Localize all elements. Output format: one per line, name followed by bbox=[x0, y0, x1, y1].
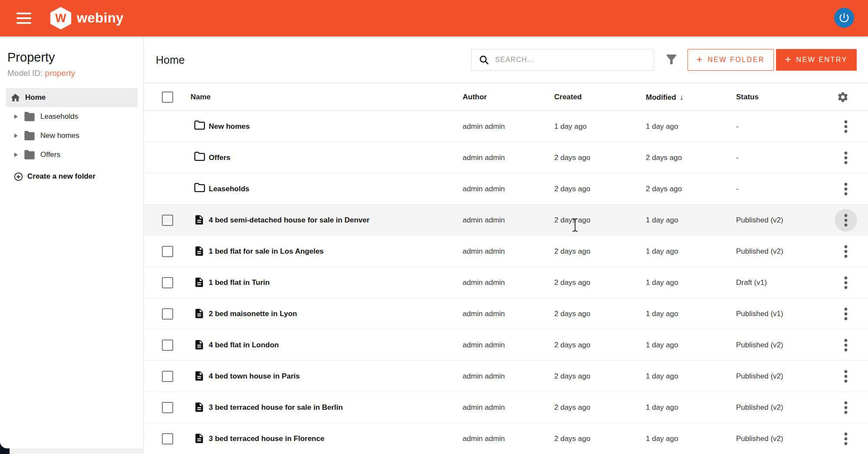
table-row[interactable]: Leaseholds admin admin 2 days ago 2 days… bbox=[144, 173, 868, 205]
page-title: Home bbox=[156, 53, 185, 66]
row-author: admin admin bbox=[463, 372, 505, 381]
webiny-logo: W webiny bbox=[50, 7, 124, 29]
row-modified: 1 day ago bbox=[646, 247, 678, 256]
table-row[interactable]: 4 bed semi-detached house for sale in De… bbox=[144, 205, 868, 236]
row-name[interactable]: New homes bbox=[209, 122, 250, 131]
search-box bbox=[471, 49, 654, 71]
column-header-created[interactable]: Created bbox=[554, 93, 582, 101]
new-entry-button[interactable]: + NEW ENTRY bbox=[776, 49, 857, 71]
column-header-modified[interactable]: Modified↓ bbox=[646, 92, 684, 101]
column-header-modified-label: Modified bbox=[646, 93, 676, 101]
caret-right-icon[interactable] bbox=[14, 153, 18, 157]
row-author: admin admin bbox=[463, 122, 505, 131]
kebab-menu-icon bbox=[844, 151, 848, 165]
row-actions-button[interactable] bbox=[835, 115, 857, 138]
row-name[interactable]: 4 bed flat in London bbox=[209, 341, 279, 349]
row-checkbox[interactable] bbox=[162, 402, 173, 413]
caret-right-icon[interactable] bbox=[14, 114, 18, 119]
content-header: Home + NEW FOLDER + NEW ENTRY bbox=[144, 36, 868, 83]
caret-right-icon[interactable] bbox=[14, 134, 18, 138]
row-status: - bbox=[736, 122, 739, 131]
table-row[interactable]: 2 bed maisonette in Lyon admin admin 2 d… bbox=[144, 298, 868, 330]
row-name[interactable]: 1 bed flat in Turin bbox=[209, 278, 270, 287]
column-header-author[interactable]: Author bbox=[463, 93, 487, 101]
webiny-wordmark: webiny bbox=[77, 10, 124, 26]
sidebar-folder-item[interactable]: Offers bbox=[0, 145, 143, 164]
row-name[interactable]: 3 bed terraced house in Florence bbox=[209, 434, 324, 443]
row-name[interactable]: 3 bed terraced house for sale in Berlin bbox=[209, 403, 343, 412]
sort-desc-arrow-icon[interactable]: ↓ bbox=[680, 92, 684, 101]
document-icon bbox=[194, 432, 205, 445]
kebab-menu-icon bbox=[844, 432, 848, 446]
column-header-status[interactable]: Status bbox=[736, 93, 759, 101]
row-actions-button[interactable] bbox=[835, 178, 857, 200]
sidebar-item-label: Home bbox=[25, 93, 46, 102]
webiny-logo-letter: W bbox=[55, 12, 66, 25]
row-checkbox[interactable] bbox=[162, 246, 173, 257]
row-actions-button[interactable] bbox=[835, 240, 857, 263]
row-created: 2 days ago bbox=[554, 154, 590, 162]
user-avatar[interactable] bbox=[834, 8, 854, 28]
row-name[interactable]: 2 bed maisonette in Lyon bbox=[209, 310, 297, 318]
sidebar-folder-item[interactable]: New homes bbox=[0, 126, 143, 145]
row-actions-button[interactable] bbox=[835, 396, 857, 419]
row-author: admin admin bbox=[463, 278, 505, 287]
row-actions-button[interactable] bbox=[835, 428, 857, 450]
hamburger-menu-icon[interactable] bbox=[16, 13, 31, 24]
document-icon bbox=[194, 276, 205, 289]
sidebar: Property Model ID: property Home Leaseho… bbox=[0, 36, 144, 448]
document-icon bbox=[194, 338, 205, 351]
row-name[interactable]: Leaseholds bbox=[209, 185, 250, 193]
table-row[interactable]: 3 bed terraced house in Florence admin a… bbox=[144, 423, 868, 454]
search-input[interactable] bbox=[495, 56, 650, 64]
row-created: 2 days ago bbox=[554, 216, 590, 225]
row-modified: 1 day ago bbox=[646, 278, 678, 287]
kebab-menu-icon bbox=[844, 276, 848, 290]
table-row[interactable]: 3 bed terraced house for sale in Berlin … bbox=[144, 392, 868, 423]
row-created: 2 days ago bbox=[554, 247, 590, 256]
row-actions-button[interactable] bbox=[835, 365, 857, 388]
model-id-value[interactable]: property bbox=[45, 69, 76, 78]
model-id-label: Model ID: bbox=[7, 69, 43, 78]
row-checkbox[interactable] bbox=[162, 308, 173, 320]
table-row[interactable]: 1 bed flat in Turin admin admin 2 days a… bbox=[144, 267, 868, 298]
column-header-name[interactable]: Name bbox=[191, 93, 210, 101]
row-checkbox[interactable] bbox=[162, 215, 173, 226]
row-checkbox[interactable] bbox=[162, 340, 173, 351]
row-author: admin admin bbox=[463, 216, 505, 225]
select-all-checkbox[interactable] bbox=[162, 91, 173, 103]
row-checkbox[interactable] bbox=[162, 371, 173, 382]
filter-icon[interactable] bbox=[664, 52, 679, 67]
row-actions-button[interactable] bbox=[835, 334, 857, 356]
row-author: admin admin bbox=[463, 403, 505, 412]
sidebar-item-home[interactable]: Home bbox=[6, 88, 138, 107]
table-row[interactable]: Offers admin admin 2 days ago 2 days ago… bbox=[144, 142, 868, 173]
row-name[interactable]: 1 bed flat for sale in Los Angeles bbox=[209, 247, 324, 256]
table-row[interactable]: New homes admin admin 1 day ago 1 day ag… bbox=[144, 111, 868, 142]
table-row[interactable]: 1 bed flat for sale in Los Angeles admin… bbox=[144, 236, 868, 267]
row-checkbox[interactable] bbox=[162, 433, 173, 444]
row-name[interactable]: 4 bed semi-detached house for sale in De… bbox=[209, 216, 369, 225]
row-status: Published (v2) bbox=[736, 403, 783, 412]
table-row[interactable]: 4 bed town house in Paris admin admin 2 … bbox=[144, 361, 868, 392]
row-actions-button[interactable] bbox=[835, 147, 857, 169]
row-name[interactable]: Offers bbox=[209, 154, 230, 162]
folder-icon bbox=[194, 120, 206, 131]
create-folder-label: Create a new folder bbox=[27, 172, 95, 181]
row-name[interactable]: 4 bed town house in Paris bbox=[209, 372, 300, 381]
row-created: 2 days ago bbox=[554, 185, 590, 193]
new-folder-button[interactable]: + NEW FOLDER bbox=[687, 49, 774, 71]
row-actions-button[interactable] bbox=[835, 271, 857, 294]
row-modified: 1 day ago bbox=[646, 216, 678, 225]
row-actions-button[interactable] bbox=[835, 209, 857, 232]
table-row[interactable]: 4 bed flat in London admin admin 2 days … bbox=[144, 330, 868, 361]
kebab-menu-icon bbox=[844, 401, 848, 415]
gear-icon[interactable] bbox=[837, 91, 849, 103]
power-icon bbox=[838, 12, 850, 24]
row-created: 2 days ago bbox=[554, 434, 590, 443]
create-folder-button[interactable]: Create a new folder bbox=[14, 169, 95, 184]
row-actions-button[interactable] bbox=[835, 303, 857, 325]
row-status: Published (v2) bbox=[736, 341, 783, 349]
sidebar-folder-item[interactable]: Leaseholds bbox=[0, 107, 143, 126]
row-checkbox[interactable] bbox=[162, 277, 173, 288]
